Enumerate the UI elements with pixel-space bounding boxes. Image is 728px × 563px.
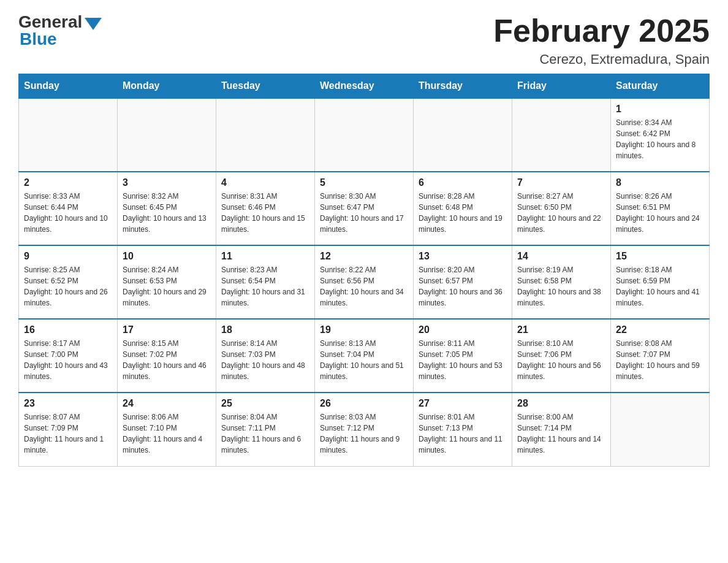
calendar-cell: 6Sunrise: 8:28 AMSunset: 6:48 PMDaylight… — [414, 172, 512, 245]
day-number: 24 — [123, 398, 211, 409]
calendar-cell: 22Sunrise: 8:08 AMSunset: 7:07 PMDayligh… — [611, 319, 710, 393]
day-number: 16 — [24, 324, 112, 335]
day-number: 18 — [221, 324, 309, 335]
calendar-week-row-4: 16Sunrise: 8:17 AMSunset: 7:00 PMDayligh… — [19, 319, 710, 393]
calendar-cell: 21Sunrise: 8:10 AMSunset: 7:06 PMDayligh… — [512, 319, 611, 393]
day-info: Sunrise: 8:15 AMSunset: 7:02 PMDaylight:… — [123, 338, 211, 382]
calendar-cell — [19, 98, 118, 172]
calendar-cell: 23Sunrise: 8:07 AMSunset: 7:09 PMDayligh… — [19, 393, 118, 466]
calendar-cell — [414, 98, 512, 172]
page-header: General Blue February 2025 Cerezo, Extre… — [18, 12, 710, 67]
calendar-cell: 28Sunrise: 8:00 AMSunset: 7:14 PMDayligh… — [512, 393, 611, 466]
calendar-cell: 10Sunrise: 8:24 AMSunset: 6:53 PMDayligh… — [118, 245, 216, 319]
day-number: 1 — [616, 104, 704, 115]
day-info: Sunrise: 8:19 AMSunset: 6:58 PMDaylight:… — [517, 264, 605, 308]
logo-blue-text: Blue — [20, 29, 57, 49]
day-number: 23 — [24, 398, 112, 409]
calendar-week-row-1: 1Sunrise: 8:34 AMSunset: 6:42 PMDaylight… — [19, 98, 710, 172]
day-number: 15 — [616, 251, 704, 262]
calendar-cell: 12Sunrise: 8:22 AMSunset: 6:56 PMDayligh… — [315, 245, 414, 319]
location-text: Cerezo, Extremadura, Spain — [493, 52, 710, 67]
calendar-header-monday: Monday — [118, 74, 216, 99]
calendar-cell: 8Sunrise: 8:26 AMSunset: 6:51 PMDaylight… — [611, 172, 710, 245]
day-number: 26 — [320, 398, 408, 409]
calendar-cell: 26Sunrise: 8:03 AMSunset: 7:12 PMDayligh… — [315, 393, 414, 466]
day-number: 12 — [320, 251, 408, 262]
day-info: Sunrise: 8:22 AMSunset: 6:56 PMDaylight:… — [320, 264, 408, 308]
day-info: Sunrise: 8:10 AMSunset: 7:06 PMDaylight:… — [517, 338, 605, 382]
day-info: Sunrise: 8:18 AMSunset: 6:59 PMDaylight:… — [616, 264, 704, 308]
day-info: Sunrise: 8:24 AMSunset: 6:53 PMDaylight:… — [123, 264, 211, 308]
day-info: Sunrise: 8:31 AMSunset: 6:46 PMDaylight:… — [221, 191, 309, 235]
day-info: Sunrise: 8:23 AMSunset: 6:54 PMDaylight:… — [221, 264, 309, 308]
day-info: Sunrise: 8:34 AMSunset: 6:42 PMDaylight:… — [616, 117, 704, 161]
calendar-cell: 14Sunrise: 8:19 AMSunset: 6:58 PMDayligh… — [512, 245, 611, 319]
day-info: Sunrise: 8:20 AMSunset: 6:57 PMDaylight:… — [419, 264, 507, 308]
day-info: Sunrise: 8:06 AMSunset: 7:10 PMDaylight:… — [123, 412, 211, 456]
calendar-week-row-5: 23Sunrise: 8:07 AMSunset: 7:09 PMDayligh… — [19, 393, 710, 466]
day-info: Sunrise: 8:17 AMSunset: 7:00 PMDaylight:… — [24, 338, 112, 382]
day-number: 27 — [419, 398, 507, 409]
day-number: 6 — [419, 177, 507, 188]
calendar-cell: 7Sunrise: 8:27 AMSunset: 6:50 PMDaylight… — [512, 172, 611, 245]
calendar-header-friday: Friday — [512, 74, 611, 99]
calendar-cell: 19Sunrise: 8:13 AMSunset: 7:04 PMDayligh… — [315, 319, 414, 393]
day-info: Sunrise: 8:25 AMSunset: 6:52 PMDaylight:… — [24, 264, 112, 308]
calendar-cell: 24Sunrise: 8:06 AMSunset: 7:10 PMDayligh… — [118, 393, 216, 466]
title-section: February 2025 Cerezo, Extremadura, Spain — [493, 12, 710, 67]
day-info: Sunrise: 8:28 AMSunset: 6:48 PMDaylight:… — [419, 191, 507, 235]
calendar-header-sunday: Sunday — [19, 74, 118, 99]
day-info: Sunrise: 8:01 AMSunset: 7:13 PMDaylight:… — [419, 412, 507, 456]
calendar-cell: 9Sunrise: 8:25 AMSunset: 6:52 PMDaylight… — [19, 245, 118, 319]
calendar-cell: 27Sunrise: 8:01 AMSunset: 7:13 PMDayligh… — [414, 393, 512, 466]
calendar-cell — [315, 98, 414, 172]
calendar-cell: 25Sunrise: 8:04 AMSunset: 7:11 PMDayligh… — [216, 393, 315, 466]
calendar-cell: 17Sunrise: 8:15 AMSunset: 7:02 PMDayligh… — [118, 319, 216, 393]
day-info: Sunrise: 8:04 AMSunset: 7:11 PMDaylight:… — [221, 412, 309, 456]
calendar-cell: 15Sunrise: 8:18 AMSunset: 6:59 PMDayligh… — [611, 245, 710, 319]
day-info: Sunrise: 8:11 AMSunset: 7:05 PMDaylight:… — [419, 338, 507, 382]
calendar-cell — [118, 98, 216, 172]
calendar-cell: 2Sunrise: 8:33 AMSunset: 6:44 PMDaylight… — [19, 172, 118, 245]
day-number: 8 — [616, 177, 704, 188]
day-info: Sunrise: 8:07 AMSunset: 7:09 PMDaylight:… — [24, 412, 112, 456]
day-number: 9 — [24, 251, 112, 262]
calendar-cell — [216, 98, 315, 172]
day-number: 2 — [24, 177, 112, 188]
day-number: 4 — [221, 177, 309, 188]
day-info: Sunrise: 8:26 AMSunset: 6:51 PMDaylight:… — [616, 191, 704, 235]
calendar-week-row-2: 2Sunrise: 8:33 AMSunset: 6:44 PMDaylight… — [19, 172, 710, 245]
day-number: 3 — [123, 177, 211, 188]
day-number: 19 — [320, 324, 408, 335]
calendar-cell: 3Sunrise: 8:32 AMSunset: 6:45 PMDaylight… — [118, 172, 216, 245]
calendar-week-row-3: 9Sunrise: 8:25 AMSunset: 6:52 PMDaylight… — [19, 245, 710, 319]
calendar-cell — [512, 98, 611, 172]
logo: General Blue — [18, 12, 102, 49]
day-number: 7 — [517, 177, 605, 188]
day-info: Sunrise: 8:30 AMSunset: 6:47 PMDaylight:… — [320, 191, 408, 235]
day-number: 25 — [221, 398, 309, 409]
calendar-table: SundayMondayTuesdayWednesdayThursdayFrid… — [18, 74, 710, 467]
day-number: 11 — [221, 251, 309, 262]
day-number: 20 — [419, 324, 507, 335]
day-number: 14 — [517, 251, 605, 262]
calendar-cell: 5Sunrise: 8:30 AMSunset: 6:47 PMDaylight… — [315, 172, 414, 245]
day-info: Sunrise: 8:03 AMSunset: 7:12 PMDaylight:… — [320, 412, 408, 456]
calendar-cell: 11Sunrise: 8:23 AMSunset: 6:54 PMDayligh… — [216, 245, 315, 319]
calendar-cell: 13Sunrise: 8:20 AMSunset: 6:57 PMDayligh… — [414, 245, 512, 319]
day-info: Sunrise: 8:13 AMSunset: 7:04 PMDaylight:… — [320, 338, 408, 382]
day-number: 21 — [517, 324, 605, 335]
day-info: Sunrise: 8:14 AMSunset: 7:03 PMDaylight:… — [221, 338, 309, 382]
day-number: 10 — [123, 251, 211, 262]
day-number: 22 — [616, 324, 704, 335]
day-info: Sunrise: 8:32 AMSunset: 6:45 PMDaylight:… — [123, 191, 211, 235]
day-number: 17 — [123, 324, 211, 335]
calendar-header-row: SundayMondayTuesdayWednesdayThursdayFrid… — [19, 74, 710, 99]
day-info: Sunrise: 8:00 AMSunset: 7:14 PMDaylight:… — [517, 412, 605, 456]
day-info: Sunrise: 8:08 AMSunset: 7:07 PMDaylight:… — [616, 338, 704, 382]
calendar-cell: 18Sunrise: 8:14 AMSunset: 7:03 PMDayligh… — [216, 319, 315, 393]
day-number: 28 — [517, 398, 605, 409]
day-number: 5 — [320, 177, 408, 188]
day-number: 13 — [419, 251, 507, 262]
calendar-header-wednesday: Wednesday — [315, 74, 414, 99]
